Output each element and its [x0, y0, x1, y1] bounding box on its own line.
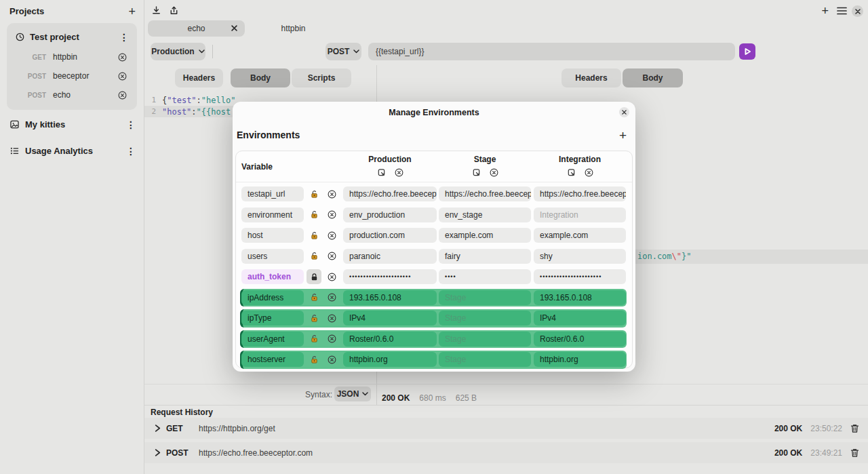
variable-value-input[interactable]: Integration: [534, 208, 626, 222]
history-row[interactable]: POSThttps://echo.free.beeceptor.com200 O…: [144, 442, 868, 463]
remove-request-icon[interactable]: [118, 53, 127, 62]
delete-variable-icon[interactable]: [324, 355, 339, 364]
variable-value-input[interactable]: https://echo.free.beecepto: [343, 186, 437, 201]
variable-name-input[interactable]: ipType: [241, 311, 304, 325]
variable-value-input[interactable]: httpbin.org: [534, 352, 626, 367]
remove-request-icon[interactable]: [118, 72, 127, 81]
lock-open-icon[interactable]: [307, 186, 321, 201]
usage-analytics-menu-icon[interactable]: ⋮: [126, 147, 136, 155]
chevron-right-icon[interactable]: [155, 449, 161, 456]
request-tab-scripts[interactable]: Scripts: [292, 68, 351, 87]
delete-variable-icon[interactable]: [324, 190, 339, 199]
url-input[interactable]: {{testapi_url}}: [368, 43, 735, 60]
variable-value-input[interactable]: example.com: [534, 228, 626, 243]
variable-name-input[interactable]: userAgent: [241, 332, 304, 347]
variable-value-input[interactable]: 193.165.0.108: [343, 290, 437, 305]
delete-variable-icon[interactable]: [324, 252, 339, 260]
delete-variable-icon[interactable]: [324, 334, 339, 343]
variable-value-input[interactable]: env_production: [343, 208, 437, 222]
variable-value-input[interactable]: env_stage: [439, 208, 531, 222]
variable-name-input[interactable]: testapi_url: [241, 186, 304, 201]
variable-value-input[interactable]: shy: [534, 249, 626, 264]
tab-echo[interactable]: echo: [148, 20, 245, 37]
lock-open-icon[interactable]: [307, 228, 321, 243]
sidebar-item-my-kitties[interactable]: My kitties ⋮: [0, 113, 144, 136]
variable-name-input[interactable]: environment: [241, 208, 304, 222]
lock-open-icon[interactable]: [307, 332, 321, 347]
delete-environment-icon[interactable]: [585, 168, 593, 177]
delete-history-icon[interactable]: [850, 448, 859, 458]
variable-value-input[interactable]: Stage: [439, 290, 531, 305]
variable-name-input[interactable]: auth_token: [241, 269, 304, 284]
sidebar-request-item[interactable]: POSTecho: [7, 85, 137, 104]
tab-close-icon[interactable]: [231, 25, 237, 31]
project-header[interactable]: Test project ⋮: [7, 26, 137, 47]
download-icon[interactable]: [151, 5, 161, 16]
delete-variable-icon[interactable]: [324, 210, 339, 219]
new-tab-icon[interactable]: +: [821, 5, 829, 16]
delete-variable-icon[interactable]: [324, 231, 339, 240]
lock-closed-icon[interactable]: [307, 269, 321, 284]
variable-value-input[interactable]: ••••••••••••••••••••••: [534, 269, 626, 284]
delete-variable-icon[interactable]: [324, 273, 339, 281]
variable-value-input[interactable]: httpbin.org: [343, 352, 437, 367]
variable-name-input[interactable]: users: [241, 249, 304, 264]
lock-open-icon[interactable]: [307, 290, 321, 305]
variable-value-input[interactable]: ••••••••••••••••••••••: [343, 269, 437, 284]
duplicate-environment-icon[interactable]: [377, 168, 386, 177]
environment-select[interactable]: Production: [151, 43, 205, 60]
variable-value-input[interactable]: Stage: [439, 352, 531, 367]
my-kitties-menu-icon[interactable]: ⋮: [126, 121, 136, 129]
response-tab-body[interactable]: Body: [623, 68, 683, 87]
variable-value-input[interactable]: Stage: [439, 311, 531, 325]
variable-value-input[interactable]: ••••: [439, 269, 531, 284]
delete-variable-icon[interactable]: [324, 314, 339, 323]
request-tab-headers[interactable]: Headers: [175, 68, 223, 87]
variable-value-input[interactable]: example.com: [439, 228, 531, 243]
variable-value-input[interactable]: Roster/0.6.0: [343, 332, 437, 347]
variable-value-input[interactable]: 193.165.0.108: [534, 290, 626, 305]
response-tab-headers[interactable]: Headers: [561, 68, 621, 87]
lock-open-icon[interactable]: [307, 352, 321, 367]
variable-name-input[interactable]: hostserver: [241, 352, 304, 367]
menu-icon[interactable]: [837, 7, 847, 15]
lock-open-icon[interactable]: [307, 249, 321, 264]
variable-value-input[interactable]: https://echo.free.beecepto: [439, 186, 531, 201]
method-select[interactable]: POST: [326, 43, 361, 60]
modal-close-icon[interactable]: [619, 107, 629, 117]
send-request-button[interactable]: [739, 43, 755, 60]
variable-name-input[interactable]: ipAddress: [241, 290, 304, 305]
duplicate-environment-icon[interactable]: [472, 168, 481, 177]
variable-value-input[interactable]: https://echo.free.beecepto: [534, 186, 626, 201]
chevron-right-icon[interactable]: [155, 424, 161, 432]
request-tab-body[interactable]: Body: [231, 68, 290, 87]
variable-name-input[interactable]: host: [241, 228, 304, 243]
sidebar-request-item[interactable]: GEThttpbin: [7, 47, 137, 66]
duplicate-environment-icon[interactable]: [567, 168, 576, 177]
delete-environment-icon[interactable]: [395, 168, 403, 177]
delete-variable-icon[interactable]: [324, 293, 339, 302]
sidebar-request-item[interactable]: POSTbeeceptor: [7, 66, 137, 85]
remove-request-icon[interactable]: [118, 91, 127, 100]
history-row[interactable]: GEThttps://httpbin.org/get200 OK23:50:22: [144, 418, 868, 439]
variable-value-input[interactable]: paranoic: [343, 249, 437, 264]
add-environment-icon[interactable]: +: [619, 128, 627, 143]
project-menu-icon[interactable]: ⋮: [119, 33, 129, 41]
lock-open-icon[interactable]: [307, 311, 321, 325]
lock-open-icon[interactable]: [307, 208, 321, 222]
variable-value-input[interactable]: IPv4: [343, 311, 437, 325]
add-project-icon[interactable]: +: [128, 7, 136, 16]
variable-value-input[interactable]: production.com: [343, 228, 437, 243]
sidebar-item-usage-analytics[interactable]: Usage Analytics ⋮: [0, 139, 144, 163]
variable-value-input[interactable]: fairy: [439, 249, 531, 264]
method-select-value: POST: [328, 47, 350, 56]
variable-value-input[interactable]: Roster/0.6.0: [534, 332, 626, 347]
variable-value-input[interactable]: IPv4: [534, 311, 626, 325]
window-close-icon[interactable]: [852, 5, 863, 17]
export-icon[interactable]: [169, 5, 179, 16]
tab-httpbin[interactable]: httpbin: [245, 20, 342, 37]
delete-history-icon[interactable]: [850, 424, 859, 433]
delete-environment-icon[interactable]: [490, 168, 498, 177]
variable-value-input[interactable]: Stage: [439, 332, 531, 347]
syntax-select[interactable]: JSON: [334, 387, 371, 401]
